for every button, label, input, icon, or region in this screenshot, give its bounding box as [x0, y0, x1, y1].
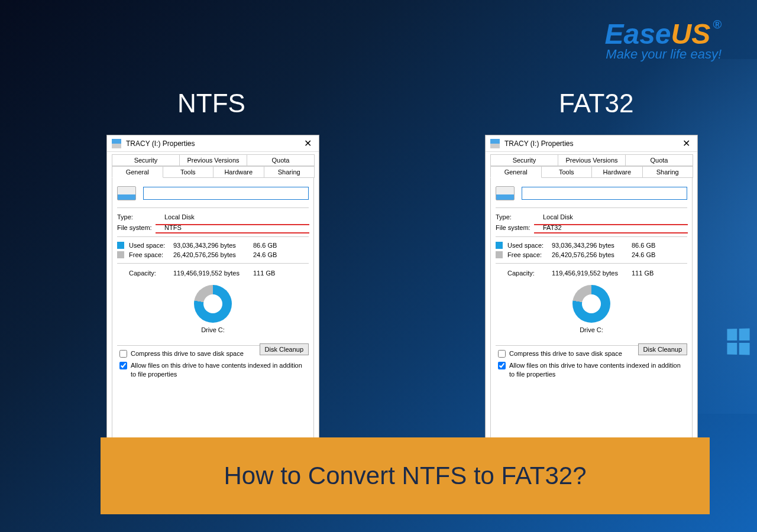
brand-logo: EaseUS® Make your life easy!: [604, 18, 722, 62]
titlebar[interactable]: TRACY (I:) Properties ✕: [107, 135, 319, 152]
tab-security[interactable]: Security: [112, 154, 180, 166]
logo-ease: Ease: [604, 18, 671, 50]
capacity-bytes: 119,456,919,552 bytes: [173, 270, 253, 277]
tab-hardware[interactable]: Hardware: [591, 166, 643, 178]
tab-hardware[interactable]: Hardware: [213, 166, 264, 178]
capacity-human: 111 GB: [632, 270, 664, 277]
capacity-label: Capacity:: [129, 270, 173, 277]
tab-security[interactable]: Security: [490, 154, 558, 166]
tab-general[interactable]: General: [112, 166, 163, 178]
properties-dialog-ntfs: TRACY (I:) Properties ✕ Security Previou…: [106, 135, 319, 454]
drive-icon: [496, 186, 515, 200]
index-checkbox[interactable]: [498, 362, 506, 369]
disk-cleanup-button[interactable]: Disk Cleanup: [260, 343, 309, 355]
capacity-bytes: 119,456,919,552 bytes: [552, 270, 632, 277]
tabs-row-1: Security Previous Versions Quota: [107, 152, 319, 166]
drive-name-input[interactable]: [522, 187, 687, 200]
banner-text: How to Convert NTFS to FAT32?: [224, 462, 586, 490]
compress-label: Compress this drive to save disk space: [509, 349, 622, 358]
properties-dialog-fat32: TRACY (I:) Properties ✕ Security Previou…: [485, 135, 698, 454]
drive-icon: [117, 186, 136, 200]
tab-content-general: Type: Local Disk File system: FAT32 Used…: [490, 178, 693, 456]
free-swatch: [496, 251, 503, 258]
drive-icon-small: [490, 139, 500, 148]
compress-label: Compress this drive to save disk space: [131, 349, 244, 358]
tab-tools[interactable]: Tools: [541, 166, 593, 178]
tab-tools[interactable]: Tools: [163, 166, 214, 178]
tabs-row-2: General Tools Hardware Sharing: [107, 166, 319, 178]
used-bytes: 93,036,343,296 bytes: [173, 242, 253, 249]
tab-general[interactable]: General: [490, 166, 542, 178]
free-human: 24.6 GB: [632, 251, 664, 258]
used-human: 86.6 GB: [253, 242, 286, 249]
logo-us: US: [671, 18, 711, 50]
free-label: Free space:: [507, 251, 552, 258]
tab-previous-versions[interactable]: Previous Versions: [558, 154, 626, 166]
usage-pie-chart: [572, 285, 610, 323]
drive-name-input[interactable]: [143, 187, 309, 200]
drive-icon-small: [112, 139, 121, 148]
tabs-row-2: General Tools Hardware Sharing: [486, 166, 697, 178]
index-label: Allow files on this drive to have conten…: [131, 361, 309, 378]
tab-quota[interactable]: Quota: [625, 154, 693, 166]
used-human: 86.6 GB: [632, 242, 664, 249]
close-icon[interactable]: ✕: [302, 138, 314, 149]
used-label: Used space:: [129, 242, 173, 249]
free-bytes: 26,420,576,256 bytes: [552, 251, 632, 258]
tab-previous-versions[interactable]: Previous Versions: [179, 154, 247, 166]
title-banner: How to Convert NTFS to FAT32?: [101, 437, 710, 514]
type-value: Local Disk: [543, 213, 687, 220]
close-icon[interactable]: ✕: [680, 138, 693, 149]
filesystem-highlight: [534, 224, 688, 233]
windows-logo-bg: [727, 328, 749, 355]
disk-cleanup-button[interactable]: Disk Cleanup: [638, 343, 687, 355]
type-value: Local Disk: [164, 213, 309, 220]
compress-checkbox[interactable]: [498, 350, 506, 358]
used-label: Used space:: [507, 242, 552, 249]
tab-sharing[interactable]: Sharing: [264, 166, 315, 178]
free-swatch: [117, 251, 124, 258]
tab-sharing[interactable]: Sharing: [642, 166, 694, 178]
used-swatch: [496, 242, 503, 249]
used-swatch: [117, 242, 124, 249]
titlebar[interactable]: TRACY (I:) Properties ✕: [486, 135, 697, 152]
tabs-row-1: Security Previous Versions Quota: [486, 152, 697, 166]
logo-registered: ®: [713, 18, 722, 31]
compress-checkbox[interactable]: [119, 350, 127, 358]
logo-tagline: Make your life easy!: [604, 47, 722, 62]
tab-quota[interactable]: Quota: [247, 154, 315, 166]
window-title: TRACY (I:) Properties: [504, 140, 680, 148]
free-label: Free space:: [129, 251, 173, 258]
type-label: Type:: [117, 213, 164, 220]
window-title: TRACY (I:) Properties: [126, 140, 302, 148]
capacity-label: Capacity:: [507, 270, 552, 277]
tab-content-general: Type: Local Disk File system: NTFS Used …: [112, 178, 314, 456]
capacity-human: 111 GB: [253, 270, 286, 277]
filesystem-highlight: [156, 224, 309, 233]
free-human: 24.6 GB: [253, 251, 286, 258]
used-bytes: 93,036,343,296 bytes: [552, 242, 632, 249]
drive-letter-label: Drive C:: [496, 326, 687, 333]
heading-fat32: FAT32: [559, 89, 633, 118]
heading-ntfs: NTFS: [177, 89, 245, 118]
index-label: Allow files on this drive to have conten…: [509, 361, 687, 378]
drive-letter-label: Drive C:: [117, 326, 309, 333]
type-label: Type:: [496, 213, 543, 220]
usage-pie-chart: [194, 285, 232, 323]
free-bytes: 26,420,576,256 bytes: [173, 251, 253, 258]
index-checkbox[interactable]: [119, 362, 127, 369]
